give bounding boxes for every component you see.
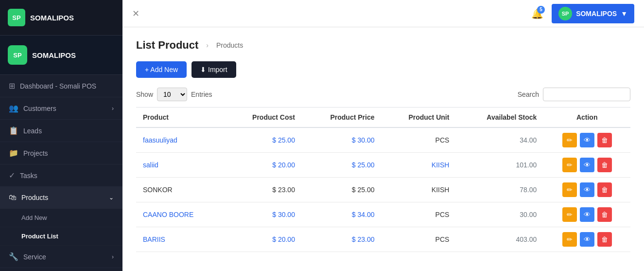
sidebar-item-tasks[interactable]: ✓ Tasks bbox=[0, 164, 122, 187]
sidebar: SP SOMALIPOS SP SOMALIPOS ⊞ Dashboard - … bbox=[0, 0, 122, 271]
delete-button[interactable]: 🗑 bbox=[597, 133, 612, 147]
search-label: Search bbox=[518, 90, 539, 98]
sidebar-subitem-add-new[interactable]: Add New bbox=[0, 209, 122, 227]
view-button[interactable]: 👁 bbox=[580, 182, 594, 197]
view-button[interactable]: 👁 bbox=[580, 207, 594, 222]
cell-product-unit: KIISH bbox=[381, 178, 456, 202]
sidebar-item-projects[interactable]: 📁 Projects bbox=[0, 142, 122, 164]
sidebar-item-leads[interactable]: 📋 Leads bbox=[0, 120, 122, 142]
col-price: Product Price bbox=[302, 108, 382, 128]
col-action: Action bbox=[543, 108, 630, 128]
cell-product-name[interactable]: saliid bbox=[136, 153, 225, 178]
col-product: Product bbox=[136, 108, 225, 128]
leads-icon: 📋 bbox=[9, 126, 18, 135]
cell-product-unit: PCS bbox=[381, 227, 456, 252]
chevron-right-icon: › bbox=[112, 105, 114, 112]
sidebar-item-service[interactable]: 🔧 Service › bbox=[0, 246, 122, 268]
delete-button[interactable]: 🗑 bbox=[597, 207, 612, 222]
page-header: List Product › Products bbox=[136, 39, 630, 52]
projects-icon: 📁 bbox=[9, 148, 18, 158]
view-button[interactable]: 👁 bbox=[580, 158, 594, 172]
cell-product-price: $ 25.00 bbox=[302, 153, 382, 178]
col-cost: Product Cost bbox=[225, 108, 302, 128]
cell-product-stock: 101.00 bbox=[456, 153, 543, 178]
customers-icon: 👥 bbox=[9, 104, 18, 113]
breadcrumb-separator: › bbox=[206, 41, 209, 49]
tasks-icon: ✓ bbox=[9, 171, 15, 180]
page-title: List Product bbox=[136, 39, 198, 52]
cell-product-name[interactable]: BARIIS bbox=[136, 227, 225, 252]
sidebar-item-dashboard[interactable]: ⊞ Dashboard - Somali POS bbox=[0, 75, 122, 97]
table-row: saliid $ 20.00 $ 25.00 KIISH 101.00 ✏ 👁 … bbox=[136, 153, 630, 178]
cell-action: ✏ 👁 🗑 bbox=[543, 227, 630, 252]
notification-bell[interactable]: 🔔 5 bbox=[528, 5, 546, 22]
view-button[interactable]: 👁 bbox=[580, 133, 594, 147]
cell-product-cost: $ 25.00 bbox=[225, 127, 302, 153]
sidebar-brand: SP SOMALIPOS bbox=[0, 36, 122, 75]
table-row: CAANO BOORE $ 30.00 $ 34.00 PCS 30.00 ✏ … bbox=[136, 202, 630, 227]
cell-product-stock: 30.00 bbox=[456, 202, 543, 227]
cell-product-cost: $ 23.00 bbox=[225, 178, 302, 202]
cell-action: ✏ 👁 🗑 bbox=[543, 127, 630, 153]
import-button[interactable]: ⬇ Import bbox=[191, 61, 236, 78]
cell-product-price: $ 25.00 bbox=[302, 178, 382, 202]
show-entries: Show 10 25 50 100 Entries bbox=[136, 88, 212, 101]
brand-avatar: SP bbox=[8, 45, 27, 65]
edit-button[interactable]: ✏ bbox=[562, 207, 577, 222]
cell-product-cost: $ 30.00 bbox=[225, 202, 302, 227]
cell-product-unit: PCS bbox=[381, 127, 456, 153]
page-content: List Product › Products + Add New ⬇ Impo… bbox=[122, 27, 644, 271]
cell-action: ✏ 👁 🗑 bbox=[543, 202, 630, 227]
cell-product-name[interactable]: faasuuliyad bbox=[136, 127, 225, 153]
brand-name: SOMALIPOS bbox=[32, 51, 76, 59]
close-icon[interactable]: ✕ bbox=[132, 8, 139, 19]
sidebar-logo: SP SOMALIPOS bbox=[0, 0, 122, 36]
main-area: ✕ 🔔 5 SP SOMALIPOS ▼ List Product › Prod… bbox=[122, 0, 644, 271]
add-new-button[interactable]: + Add New bbox=[136, 61, 187, 78]
cell-product-stock: 34.00 bbox=[456, 127, 543, 153]
search-box: Search bbox=[518, 88, 630, 101]
cell-product-stock: 78.00 bbox=[456, 178, 543, 202]
cell-product-price: $ 30.00 bbox=[302, 127, 382, 153]
show-label: Show bbox=[136, 90, 153, 98]
cell-product-price: $ 34.00 bbox=[302, 202, 382, 227]
edit-button[interactable]: ✏ bbox=[562, 133, 577, 147]
user-chevron-icon: ▼ bbox=[621, 10, 627, 18]
search-input[interactable] bbox=[543, 88, 630, 101]
user-name: SOMALIPOS bbox=[576, 10, 617, 18]
chevron-down-icon: ⌄ bbox=[109, 194, 114, 201]
cell-product-name[interactable]: CAANO BOORE bbox=[136, 202, 225, 227]
delete-button[interactable]: 🗑 bbox=[597, 232, 612, 247]
user-avatar: SP bbox=[558, 7, 572, 20]
cell-product-unit: PCS bbox=[381, 202, 456, 227]
cell-action: ✏ 👁 🗑 bbox=[543, 153, 630, 178]
chevron-right-icon-2: › bbox=[112, 253, 114, 260]
cell-product-cost: $ 20.00 bbox=[225, 227, 302, 252]
products-table: Product Product Cost Product Price Produ… bbox=[136, 107, 630, 252]
col-unit: Product Unit bbox=[381, 108, 456, 128]
sidebar-nav: ⊞ Dashboard - Somali POS 👥 Customers › 📋… bbox=[0, 75, 122, 271]
cell-action: ✏ 👁 🗑 bbox=[543, 178, 630, 202]
view-button[interactable]: 👁 bbox=[580, 232, 594, 247]
topbar: ✕ 🔔 5 SP SOMALIPOS ▼ bbox=[122, 0, 644, 27]
breadcrumb: Products bbox=[216, 41, 243, 49]
sidebar-subitem-product-list[interactable]: Product List bbox=[0, 227, 122, 246]
edit-button[interactable]: ✏ bbox=[562, 232, 577, 247]
edit-button[interactable]: ✏ bbox=[562, 182, 577, 197]
sidebar-logo-text: SOMALIPOS bbox=[30, 14, 74, 22]
cell-product-unit: KIISH bbox=[381, 153, 456, 178]
notification-badge: 5 bbox=[537, 6, 545, 14]
sidebar-item-products[interactable]: 🛍 Products ⌄ bbox=[0, 187, 122, 209]
delete-button[interactable]: 🗑 bbox=[597, 182, 612, 197]
entries-select[interactable]: 10 25 50 100 bbox=[157, 88, 187, 101]
table-header-row: Product Product Cost Product Price Produ… bbox=[136, 108, 630, 128]
delete-button[interactable]: 🗑 bbox=[597, 158, 612, 172]
table-controls: Show 10 25 50 100 Entries Search bbox=[136, 88, 630, 101]
user-menu[interactable]: SP SOMALIPOS ▼ bbox=[552, 4, 634, 23]
cell-product-cost: $ 20.00 bbox=[225, 153, 302, 178]
grid-icon: ⊞ bbox=[9, 81, 15, 90]
sidebar-item-customers[interactable]: 👥 Customers › bbox=[0, 97, 122, 120]
products-icon: 🛍 bbox=[9, 193, 17, 202]
entries-label: Entries bbox=[191, 90, 212, 98]
edit-button[interactable]: ✏ bbox=[562, 158, 577, 172]
